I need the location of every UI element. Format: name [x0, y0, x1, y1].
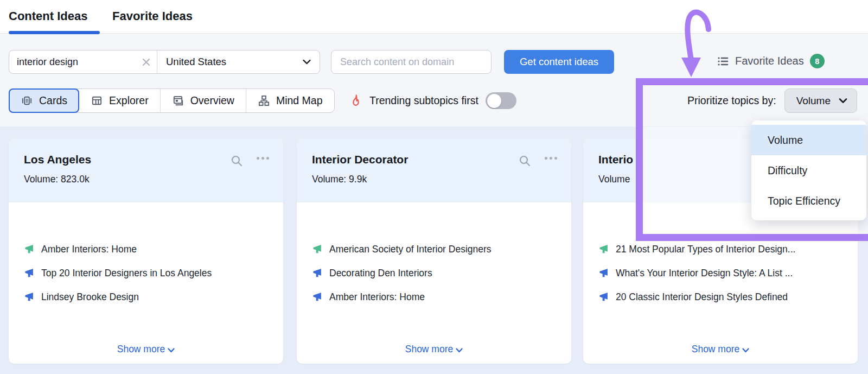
- list-item-text: 21 Most Popular Types of Interior Design…: [616, 244, 795, 255]
- trending-subtopics-control: Trending subtopics first: [349, 88, 516, 113]
- menu-item-topic-efficiency[interactable]: Topic Efficiency: [751, 186, 866, 216]
- toggle-knob: [487, 94, 501, 108]
- megaphone-icon: [24, 244, 34, 255]
- list-item-text: Amber Interiors: Home: [41, 244, 137, 255]
- list-item-text: What's Your Interior Design Style: A Lis…: [616, 268, 793, 279]
- active-tab-underline: [9, 31, 100, 34]
- table-icon: [91, 94, 103, 107]
- list-item[interactable]: 21 Most Popular Types of Interior Design…: [598, 244, 843, 255]
- list-item[interactable]: 20 Classic Interior Design Styles Define…: [598, 291, 843, 303]
- list-item-text: Top 20 Interior Designers in Los Angeles: [41, 268, 212, 279]
- tab-favorite-ideas[interactable]: Favorite Ideas: [112, 9, 193, 23]
- favorite-ideas-label: Favorite Ideas: [735, 55, 804, 67]
- list-item[interactable]: Amber Interiors: Home: [24, 244, 268, 255]
- view-option-explorer[interactable]: Explorer: [79, 89, 161, 112]
- view-switcher: Cards Explorer Overview Mind Map: [9, 88, 335, 113]
- view-option-mind-map[interactable]: Mind Map: [246, 89, 334, 112]
- get-content-ideas-button[interactable]: Get content ideas: [504, 50, 614, 74]
- list-item-text: 20 Classic Interior Design Styles Define…: [616, 291, 788, 303]
- list-item[interactable]: Lindsey Brooke Design: [24, 291, 268, 303]
- more-options-icon[interactable]: [257, 157, 269, 160]
- menu-item-volume[interactable]: Volume: [751, 125, 866, 155]
- megaphone-icon: [312, 244, 322, 255]
- list-item[interactable]: Amber Interiors: Home: [312, 291, 556, 303]
- list-item-text: Lindsey Brooke Design: [41, 291, 139, 303]
- tab-content-ideas[interactable]: Content Ideas: [9, 9, 87, 23]
- list-item-text: Decorating Den Interiors: [329, 268, 432, 279]
- view-option-label: Explorer: [109, 94, 149, 107]
- keyword-field-wrap: [9, 50, 157, 73]
- cards-icon: [21, 94, 33, 107]
- trending-subtopics-label: Trending subtopics first: [369, 94, 478, 107]
- chevron-down-icon: [303, 59, 311, 65]
- domain-search-input[interactable]: [331, 50, 492, 74]
- megaphone-icon: [598, 292, 609, 302]
- view-option-label: Cards: [39, 94, 67, 107]
- list-item[interactable]: American Society of Interior Designers: [312, 244, 556, 255]
- view-option-overview[interactable]: Overview: [161, 89, 246, 112]
- country-select-value: United States: [166, 56, 303, 68]
- show-more-link[interactable]: Show more: [297, 344, 571, 355]
- show-more-link[interactable]: Show more: [9, 344, 283, 355]
- annotation-arrow-icon: [666, 3, 726, 80]
- megaphone-icon: [24, 268, 34, 278]
- list-item[interactable]: Decorating Den Interiors: [312, 268, 556, 279]
- card-item-list: Amber Interiors: Home Top 20 Interior De…: [9, 202, 283, 303]
- trending-toggle[interactable]: [486, 92, 516, 109]
- list-item-text: Amber Interiors: Home: [329, 291, 425, 303]
- list-item[interactable]: Top 20 Interior Designers in Los Angeles: [24, 268, 268, 279]
- clear-keyword-icon[interactable]: [142, 58, 150, 66]
- search-icon[interactable]: [231, 155, 243, 167]
- more-options-icon[interactable]: [545, 157, 557, 160]
- megaphone-icon: [598, 244, 609, 255]
- topic-research-page: Content Ideas Favorite Ideas United Stat…: [0, 0, 868, 374]
- topic-card-los-angeles: Los Angeles Volume: 823.0k Amber Interio…: [9, 138, 283, 364]
- view-option-label: Mind Map: [276, 94, 323, 107]
- megaphone-icon: [312, 268, 322, 278]
- prioritize-dropdown-menu: Volume Difficulty Topic Efficiency: [751, 121, 866, 220]
- card-item-list: American Society of Interior Designers D…: [297, 202, 571, 303]
- keyword-search-group: United States: [9, 50, 320, 74]
- list-item[interactable]: What's Your Interior Design Style: A Lis…: [598, 268, 843, 279]
- annotation-box-bottom-border: [636, 234, 868, 241]
- list-item-text: American Society of Interior Designers: [329, 244, 492, 255]
- card-volume: Volume: 823.0k: [24, 174, 268, 185]
- card-header: Interior Decorator Volume: 9.9k: [297, 138, 571, 202]
- search-icon[interactable]: [519, 155, 531, 167]
- prioritize-select-value: Volume: [796, 95, 831, 107]
- prioritize-control: Prioritize topics by: Volume: [687, 88, 857, 113]
- view-option-label: Overview: [190, 94, 234, 107]
- megaphone-icon: [24, 292, 34, 302]
- topic-card-interior-decorator: Interior Decorator Volume: 9.9k American…: [297, 138, 571, 364]
- country-select[interactable]: United States: [157, 50, 320, 73]
- tab-bar: Content Ideas Favorite Ideas: [0, 0, 868, 34]
- card-volume: Volume: 9.9k: [312, 174, 556, 185]
- chevron-down-icon: [839, 98, 847, 104]
- favorite-ideas-link[interactable]: Favorite Ideas 8: [717, 54, 825, 68]
- menu-item-difficulty[interactable]: Difficulty: [751, 155, 866, 186]
- show-more-link[interactable]: Show more: [583, 344, 858, 355]
- view-option-cards[interactable]: Cards: [9, 88, 79, 113]
- keyword-input[interactable]: [17, 56, 142, 68]
- flame-icon: [349, 94, 362, 107]
- megaphone-icon: [312, 292, 322, 302]
- megaphone-icon: [598, 268, 609, 278]
- prioritize-select[interactable]: Volume: [784, 88, 857, 113]
- favorites-count-badge: 8: [810, 54, 825, 68]
- overview-icon: [172, 94, 184, 107]
- card-header: Los Angeles Volume: 823.0k: [9, 138, 283, 202]
- prioritize-label: Prioritize topics by:: [687, 94, 776, 107]
- mindmap-icon: [258, 94, 270, 107]
- annotation-box-left-border: [636, 78, 643, 241]
